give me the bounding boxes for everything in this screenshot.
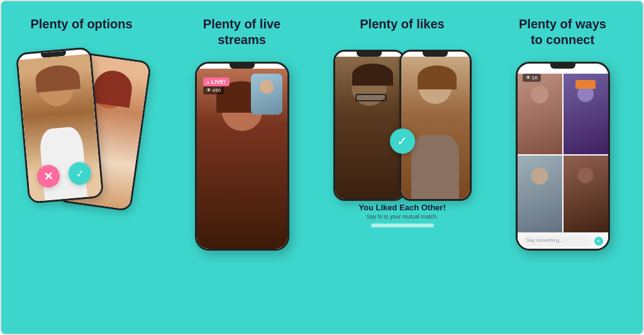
panel-options: Plenty of options <box>1 1 162 334</box>
phone-live: LIVE! 👁 450 <box>195 62 289 251</box>
panel-ways-title: Plenty of ways to connect <box>519 16 606 48</box>
panel-ways: Plenty of ways to connect 👁 1K <box>482 1 643 334</box>
man-photo <box>335 57 404 199</box>
phone-likes-right <box>399 50 472 201</box>
small-video-overlay <box>251 74 282 115</box>
panel-likes-title: Plenty of likes <box>360 16 445 32</box>
phone-front: ✕ ✓ <box>15 47 103 204</box>
phone-notch-ways <box>550 64 575 69</box>
notch-right <box>423 52 448 57</box>
phones-likes: ✓ You Liked Each Other! Say hi to your m… <box>333 43 472 239</box>
person-grid-4 <box>564 156 608 236</box>
viewer-count-badge: 👁 1K <box>523 74 541 82</box>
liked-title: You Liked Each Other! <box>340 203 465 212</box>
photo-woman <box>401 57 470 199</box>
like-button[interactable]: ✓ <box>67 161 92 186</box>
notch-left <box>357 52 382 57</box>
small-video-person <box>251 74 282 115</box>
app-screenshot: Plenty of options <box>0 0 644 335</box>
photo-man <box>335 57 404 199</box>
grid-cell-4 <box>564 156 608 236</box>
phone-likes-left <box>333 50 406 201</box>
plus-button[interactable]: + <box>594 237 603 246</box>
live-badge: LIVE! <box>203 77 230 86</box>
panel-likes: Plenty of likes <box>322 1 482 334</box>
phone-ways: 👁 1K <box>516 62 610 251</box>
panel-live: Plenty of live streams LIVE! 👁 450 <box>162 1 322 334</box>
say-something-input[interactable]: Say something.. <box>523 236 591 246</box>
match-checkmark: ✓ <box>390 128 415 154</box>
liked-bar <box>371 224 434 227</box>
grid-cell-3 <box>518 156 562 236</box>
panel-live-title: Plenty of live streams <box>203 16 280 48</box>
person-grid-2 <box>564 74 608 154</box>
person-grid-1 <box>518 74 562 154</box>
person-grid-3 <box>518 156 562 236</box>
panel-options-title: Plenty of options <box>30 16 132 32</box>
say-something-bar: Say something.. + <box>518 232 608 249</box>
grid-cell-1 <box>518 74 562 154</box>
liked-each-other-card: You Liked Each Other! Say hi to your mut… <box>340 203 465 227</box>
grid-video-calls <box>518 74 608 236</box>
live-main-video: LIVE! 👁 450 <box>197 69 287 249</box>
dislike-button[interactable]: ✕ <box>36 164 60 188</box>
grid-cell-2 <box>564 74 608 154</box>
viewer-count-live: 👁 450 <box>203 86 225 94</box>
woman-photo <box>401 57 470 199</box>
liked-subtitle: Say hi to your mutual match. <box>340 213 465 220</box>
phones-options: ✕ ✓ <box>22 43 142 226</box>
phone-notch-live <box>230 64 255 69</box>
